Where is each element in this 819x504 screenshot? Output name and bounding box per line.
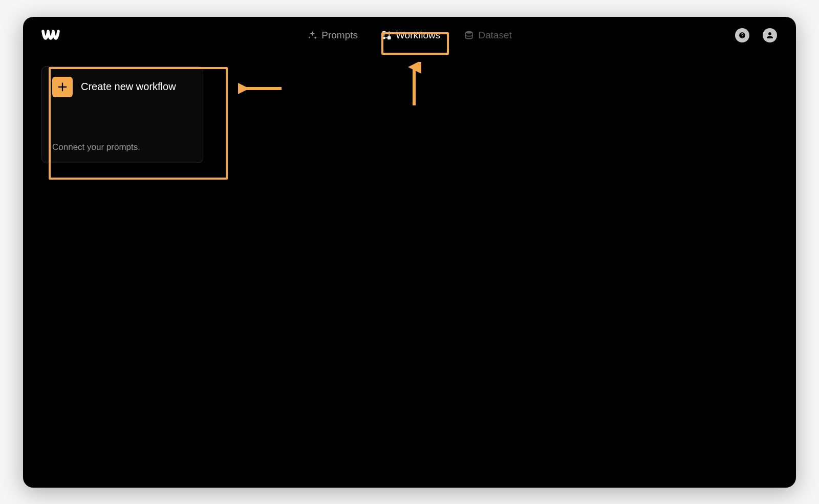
nav-tabs: Prompts Workflows	[300, 26, 519, 45]
nav-tab-prompts[interactable]: Prompts	[300, 26, 365, 45]
nav-tab-label: Workflows	[396, 30, 440, 41]
app-logo[interactable]	[41, 29, 61, 41]
card-header: Create new workflow	[52, 77, 192, 97]
help-icon	[735, 28, 749, 42]
card-title: Create new workflow	[81, 81, 176, 93]
nav-tab-label: Dataset	[478, 30, 511, 41]
card-subtitle: Connect your prompts.	[52, 142, 192, 152]
nav-tab-dataset[interactable]: Dataset	[457, 26, 519, 45]
account-icon	[763, 28, 777, 42]
topbar-right	[735, 28, 778, 43]
content-area: Create new workflow Connect your prompts…	[23, 54, 796, 176]
svg-point-4	[466, 31, 472, 33]
svg-point-2	[388, 32, 390, 33]
svg-rect-0	[382, 31, 385, 34]
nav-tab-label: Prompts	[321, 30, 358, 41]
nav-tab-workflows[interactable]: Workflows	[374, 26, 447, 45]
plus-icon	[57, 81, 68, 93]
plus-badge	[52, 77, 73, 97]
app-frame: Prompts Workflows	[23, 17, 796, 488]
svg-point-3	[383, 37, 384, 38]
svg-rect-1	[387, 36, 390, 39]
help-button[interactable]	[735, 28, 750, 43]
sparkle-icon	[307, 30, 317, 40]
create-workflow-card[interactable]: Create new workflow Connect your prompts…	[41, 66, 203, 163]
workflow-icon	[381, 30, 392, 40]
database-icon	[464, 30, 474, 40]
topbar: Prompts Workflows	[23, 17, 796, 54]
account-button[interactable]	[762, 28, 778, 43]
logo-icon	[41, 29, 61, 41]
